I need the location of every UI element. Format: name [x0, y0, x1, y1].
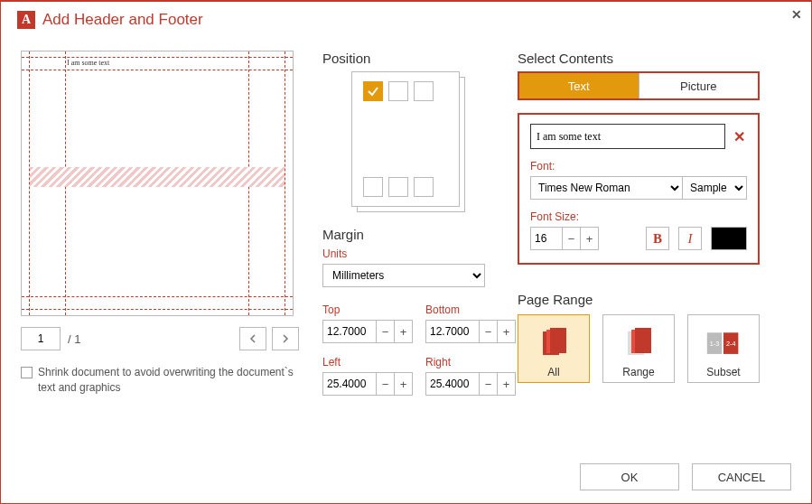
- font-size-label: Font Size:: [530, 210, 747, 223]
- units-select[interactable]: Millimeters: [322, 264, 485, 287]
- pages-subset-icon: 1-3 2-4: [705, 326, 742, 362]
- text-content-panel: ✕ Font: Times New Roman Sample Font Size…: [518, 113, 760, 265]
- margin-heading: Margin: [322, 227, 494, 242]
- close-icon[interactable]: ✕: [791, 7, 802, 22]
- svg-text:2-4: 2-4: [726, 340, 736, 348]
- svg-rect-5: [635, 328, 651, 353]
- pos-bottom-right[interactable]: [414, 177, 434, 197]
- margin-right-label: Right: [425, 356, 516, 369]
- margin-right-input[interactable]: [425, 372, 480, 396]
- select-contents-heading: Select Contents: [518, 51, 791, 66]
- page-total: / 1: [68, 332, 80, 346]
- font-label: Font:: [530, 160, 747, 173]
- chevron-left-icon: [248, 334, 257, 343]
- page-range-all-label: All: [547, 366, 559, 378]
- margin-left-dec[interactable]: −: [377, 372, 395, 396]
- margin-bottom-inc[interactable]: +: [498, 320, 516, 343]
- font-name-select[interactable]: Times New Roman: [530, 176, 682, 200]
- svg-rect-2: [550, 328, 566, 353]
- italic-button[interactable]: I: [678, 227, 702, 250]
- pager: / 1: [21, 327, 299, 350]
- margin-left-input[interactable]: [322, 372, 377, 396]
- page-range-all[interactable]: All: [518, 314, 590, 383]
- units-label: Units: [322, 247, 494, 260]
- margin-top-input[interactable]: [322, 320, 377, 343]
- preview-header-text: I am some text: [67, 59, 109, 67]
- page-range-heading: Page Range: [518, 292, 791, 307]
- margin-right-inc[interactable]: +: [498, 372, 516, 396]
- svg-text:1-3: 1-3: [710, 340, 720, 348]
- font-size-inc[interactable]: +: [581, 227, 599, 250]
- chevron-right-icon: [281, 334, 290, 343]
- pos-top-right[interactable]: [414, 81, 434, 101]
- page-next-button[interactable]: [272, 327, 299, 350]
- page-prev-button[interactable]: [239, 327, 266, 350]
- page-range-subset[interactable]: 1-3 2-4 Subset: [687, 314, 760, 383]
- position-row-top: [363, 81, 448, 101]
- page-current-input[interactable]: [21, 327, 61, 350]
- titlebar: A Add Header and Footer ✕: [1, 2, 811, 34]
- pos-top-center[interactable]: [388, 81, 408, 101]
- pos-top-left[interactable]: [363, 81, 383, 101]
- margin-bottom-input[interactable]: [425, 320, 480, 343]
- shrink-label: Shrink document to avoid overwriting the…: [38, 365, 299, 396]
- tab-text[interactable]: Text: [519, 73, 639, 98]
- clear-text-button[interactable]: ✕: [731, 128, 747, 145]
- margin-bottom-dec[interactable]: −: [480, 320, 498, 343]
- check-icon: [367, 85, 379, 98]
- font-sample-select[interactable]: Sample: [682, 176, 747, 200]
- pages-range-icon: [621, 326, 657, 362]
- pages-all-icon: [536, 326, 572, 362]
- shrink-checkbox[interactable]: [21, 367, 33, 378]
- margin-bottom-label: Bottom: [425, 303, 516, 316]
- page-range-subset-label: Subset: [706, 366, 740, 378]
- cancel-button[interactable]: CANCEL: [692, 463, 791, 490]
- pos-bottom-left[interactable]: [363, 177, 383, 197]
- margin-left-inc[interactable]: +: [395, 372, 413, 396]
- position-row-bottom: [363, 177, 448, 197]
- app-icon: A: [17, 11, 35, 29]
- margin-top-dec[interactable]: −: [377, 320, 395, 343]
- pos-bottom-center[interactable]: [388, 177, 408, 197]
- dialog-add-header-footer: A Add Header and Footer ✕ I am some text…: [0, 0, 812, 504]
- tab-picture[interactable]: Picture: [639, 73, 759, 98]
- ok-button[interactable]: OK: [580, 463, 679, 490]
- position-heading: Position: [322, 51, 494, 66]
- margin-top-label: Top: [322, 303, 413, 316]
- content-tabs: Text Picture: [518, 71, 760, 100]
- margin-left-label: Left: [322, 356, 413, 369]
- margin-top-inc[interactable]: +: [395, 320, 413, 343]
- bold-button[interactable]: B: [646, 227, 669, 250]
- page-preview: I am some text: [21, 51, 294, 316]
- font-size-dec[interactable]: −: [563, 227, 581, 250]
- font-color-swatch[interactable]: [711, 227, 747, 250]
- header-text-input[interactable]: [530, 124, 725, 149]
- page-range-range-label: Range: [622, 366, 654, 378]
- dialog-title: Add Header and Footer: [42, 11, 203, 29]
- page-range-range[interactable]: Range: [602, 314, 675, 383]
- margin-right-dec[interactable]: −: [480, 372, 498, 396]
- font-size-input[interactable]: [530, 227, 563, 250]
